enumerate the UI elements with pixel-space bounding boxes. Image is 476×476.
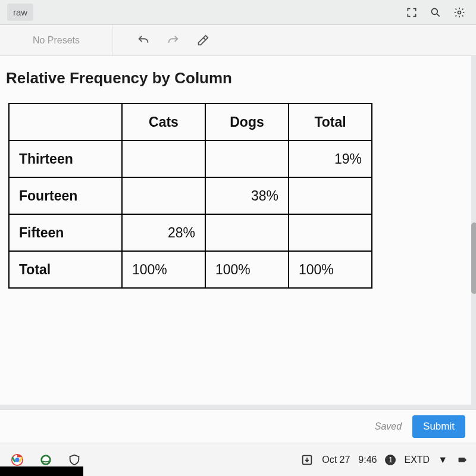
undo-icon[interactable] bbox=[137, 34, 150, 47]
row-label: Thirteen bbox=[9, 140, 122, 177]
row-label: Fifteen bbox=[9, 214, 122, 251]
svg-point-0 bbox=[431, 8, 437, 14]
row-label: Fourteen bbox=[9, 177, 122, 214]
submit-bar: Saved Submit bbox=[0, 409, 476, 443]
cell-dogs[interactable]: 38% bbox=[205, 177, 289, 214]
worksheet-panel: Relative Frequency by Column Cats Dogs T… bbox=[0, 56, 471, 405]
col-header-cats: Cats bbox=[122, 104, 205, 140]
cell-total[interactable]: 19% bbox=[289, 140, 372, 177]
cell-total[interactable] bbox=[289, 177, 372, 214]
table-row: Thirteen 19% bbox=[9, 140, 372, 177]
table-row: Fourteen 38% bbox=[9, 177, 372, 214]
cell-total[interactable] bbox=[289, 214, 372, 251]
edit-toolbar: No Presets bbox=[0, 25, 476, 56]
submit-button[interactable]: Submit bbox=[412, 415, 465, 438]
table-corner bbox=[9, 104, 122, 140]
cell-total[interactable]: 100% bbox=[289, 251, 372, 288]
saved-status: Saved bbox=[375, 421, 402, 432]
gear-icon[interactable] bbox=[450, 3, 469, 22]
cell-cats[interactable]: 100% bbox=[122, 251, 205, 288]
frequency-table: Cats Dogs Total Thirteen 19% Fourteen 38… bbox=[8, 103, 372, 289]
cell-dogs[interactable]: 100% bbox=[205, 251, 289, 288]
notification-badge[interactable]: 1 bbox=[385, 455, 396, 465]
svg-rect-6 bbox=[459, 458, 465, 462]
scrollbar-thumb[interactable] bbox=[471, 223, 476, 294]
battery-icon[interactable] bbox=[456, 453, 469, 466]
col-header-total: Total bbox=[289, 104, 372, 140]
cell-dogs[interactable] bbox=[205, 214, 289, 251]
redo-icon[interactable] bbox=[167, 34, 180, 47]
worksheet-title: Relative Frequency by Column bbox=[6, 69, 461, 87]
table-row: Total 100% 100% 100% bbox=[9, 251, 372, 288]
content-area: Relative Frequency by Column Cats Dogs T… bbox=[0, 56, 476, 409]
svg-rect-7 bbox=[465, 459, 466, 461]
svg-point-4 bbox=[42, 455, 51, 464]
search-icon[interactable] bbox=[426, 3, 445, 22]
draw-tab[interactable]: raw bbox=[7, 4, 33, 21]
bottom-edge bbox=[0, 466, 83, 476]
download-icon[interactable] bbox=[300, 453, 314, 466]
cell-cats[interactable] bbox=[122, 140, 205, 177]
col-header-dogs: Dogs bbox=[205, 104, 289, 140]
app-topbar: raw bbox=[0, 0, 476, 25]
presets-dropdown[interactable]: No Presets bbox=[0, 25, 113, 55]
wifi-icon[interactable]: ▼ bbox=[438, 455, 447, 465]
eraser-icon[interactable] bbox=[196, 34, 209, 47]
tray-ext: EXTD bbox=[404, 455, 430, 465]
svg-point-1 bbox=[458, 11, 461, 14]
fullscreen-icon[interactable] bbox=[402, 3, 421, 22]
cell-cats[interactable] bbox=[122, 177, 205, 214]
cell-cats[interactable]: 28% bbox=[122, 214, 205, 251]
cell-dogs[interactable] bbox=[205, 140, 289, 177]
system-tray[interactable]: Oct 27 9:46 1 EXTD ▼ bbox=[300, 453, 469, 466]
table-row: Fifteen 28% bbox=[9, 214, 372, 251]
table-header-row: Cats Dogs Total bbox=[9, 104, 372, 140]
svg-point-3 bbox=[15, 458, 19, 462]
tray-time: 9:46 bbox=[358, 455, 377, 465]
row-label: Total bbox=[9, 251, 122, 288]
tray-date: Oct 27 bbox=[322, 455, 350, 465]
